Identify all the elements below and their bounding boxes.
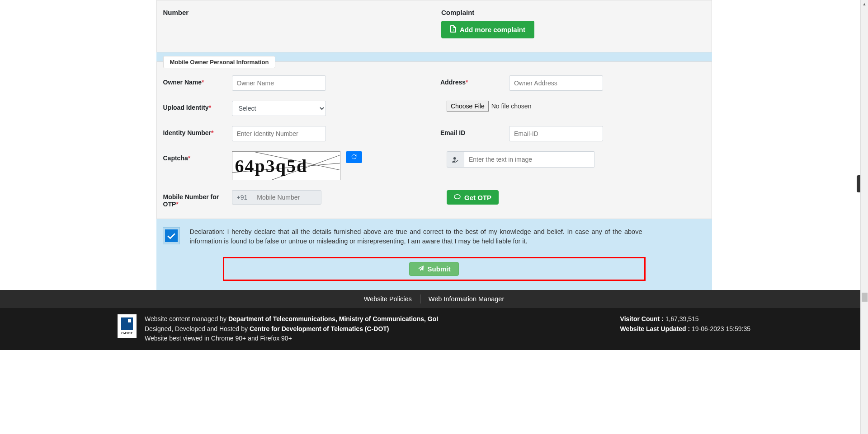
device-info-card: Number Complaint Add more complaint [156, 0, 712, 52]
mobile-prefix: +91 [232, 190, 252, 205]
footer-link-web-info[interactable]: Web Information Manager [420, 295, 512, 303]
mobile-number-input[interactable] [252, 190, 321, 205]
personal-info-legend: Mobile Owner Personal Information [163, 56, 276, 68]
address-input[interactable] [509, 75, 603, 91]
choose-file-button[interactable]: Choose File [447, 101, 489, 112]
owner-name-input[interactable] [232, 75, 326, 91]
get-otp-button[interactable]: Get OTP [447, 190, 499, 205]
footer-stats: Visitor Count : 1,67,39,515 Website Last… [620, 314, 750, 334]
send-icon [418, 265, 424, 273]
cdot-logo: C-DOT [118, 314, 137, 338]
add-more-complaint-button[interactable]: Add more complaint [441, 21, 534, 38]
scroll-up-arrow-icon[interactable]: ▲ [861, 0, 868, 8]
user-check-icon [447, 151, 464, 168]
file-chosen-text: No file chosen [491, 103, 532, 110]
submit-highlight-box: Submit [223, 257, 646, 281]
scroll-thumb[interactable] [862, 293, 868, 302]
submit-button[interactable]: Submit [409, 262, 459, 276]
page-footer: Website Policies Web Information Manager… [0, 290, 868, 350]
captcha-input[interactable] [464, 151, 595, 168]
captcha-image: 64p3q5d [232, 151, 340, 180]
upload-identity-select[interactable]: Select [232, 101, 326, 116]
email-id-input[interactable] [509, 126, 603, 141]
complaint-label: Complaint [441, 9, 702, 16]
owner-name-label: Owner Name* [163, 75, 226, 86]
refresh-icon [351, 154, 357, 161]
email-id-label: Email ID [440, 126, 503, 136]
personal-info-fieldset: Mobile Owner Personal Information Owner … [156, 61, 712, 219]
footer-link-policies[interactable]: Website Policies [356, 295, 420, 303]
captcha-label: Captcha* [163, 151, 226, 162]
number-label: Number [163, 9, 424, 16]
declaration-checkbox[interactable] [165, 229, 178, 242]
upload-identity-label: Upload Identity* [163, 101, 226, 111]
declaration-area: Declaration: I hereby declare that all t… [156, 219, 712, 251]
mobile-otp-label: Mobile Number for OTP* [163, 190, 226, 208]
chat-icon [454, 193, 461, 201]
captcha-refresh-button[interactable] [346, 151, 362, 163]
vertical-scrollbar[interactable]: ▲ [860, 0, 868, 350]
identity-number-input[interactable] [232, 126, 326, 141]
declaration-text: Declaration: I hereby declare that all t… [190, 227, 706, 246]
file-icon [450, 25, 456, 34]
identity-number-label: Identity Number* [163, 126, 226, 136]
side-helper-tab[interactable] [857, 175, 860, 192]
address-label: Address* [440, 75, 503, 86]
footer-content-text: Website content managed by Department of… [145, 314, 438, 344]
